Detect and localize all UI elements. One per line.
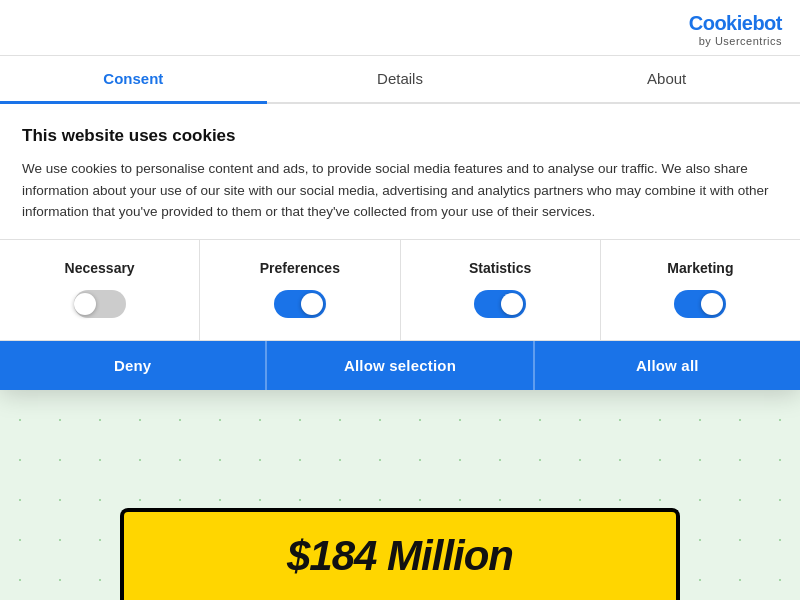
cookie-consent-dialog: Cookiebot by Usercentrics Consent Detail… — [0, 0, 800, 390]
lottery-banner: $184 Million — [120, 508, 680, 600]
tab-about[interactable]: About — [533, 56, 800, 104]
cookiebot-logo: Cookiebot by Usercentrics — [689, 12, 782, 47]
toggle-item-preferences: Preferences — [200, 240, 400, 340]
allow-selection-button[interactable]: Allow selection — [265, 341, 534, 390]
toggle-preferences[interactable] — [274, 290, 326, 318]
toggle-item-marketing: Marketing — [601, 240, 800, 340]
toggle-marketing[interactable] — [674, 290, 726, 318]
cookie-header: Cookiebot by Usercentrics — [0, 0, 800, 56]
toggle-statistics-knob — [501, 293, 523, 315]
logo-cookie-text: Cookie — [689, 12, 753, 34]
toggle-item-necessary: Necessary — [0, 240, 200, 340]
tab-details[interactable]: Details — [267, 56, 534, 104]
cookie-tabs: Consent Details About — [0, 56, 800, 104]
toggle-statistics[interactable] — [474, 290, 526, 318]
cookie-description: We use cookies to personalise content an… — [22, 158, 778, 223]
tab-consent[interactable]: Consent — [0, 56, 267, 104]
toggle-label-statistics: Statistics — [469, 260, 531, 276]
cookiebot-logo-main: Cookiebot — [689, 12, 782, 35]
toggle-marketing-knob — [701, 293, 723, 315]
toggle-necessary[interactable] — [74, 290, 126, 318]
cookie-buttons: Deny Allow selection Allow all — [0, 341, 800, 390]
allow-all-button[interactable]: Allow all — [535, 341, 800, 390]
toggle-label-necessary: Necessary — [65, 260, 135, 276]
toggle-label-preferences: Preferences — [260, 260, 340, 276]
lottery-text: $184 Million — [287, 532, 513, 579]
cookie-toggles: Necessary Preferences Statistics Marketi… — [0, 239, 800, 341]
cookie-title: This website uses cookies — [22, 126, 778, 146]
cookiebot-logo-sub: by Usercentrics — [699, 35, 782, 47]
deny-button[interactable]: Deny — [0, 341, 265, 390]
toggle-necessary-knob — [74, 293, 96, 315]
logo-bot-text: bot — [752, 12, 782, 34]
toggle-preferences-knob — [301, 293, 323, 315]
toggle-item-statistics: Statistics — [401, 240, 601, 340]
toggle-label-marketing: Marketing — [667, 260, 733, 276]
cookie-body: This website uses cookies We use cookies… — [0, 104, 800, 239]
